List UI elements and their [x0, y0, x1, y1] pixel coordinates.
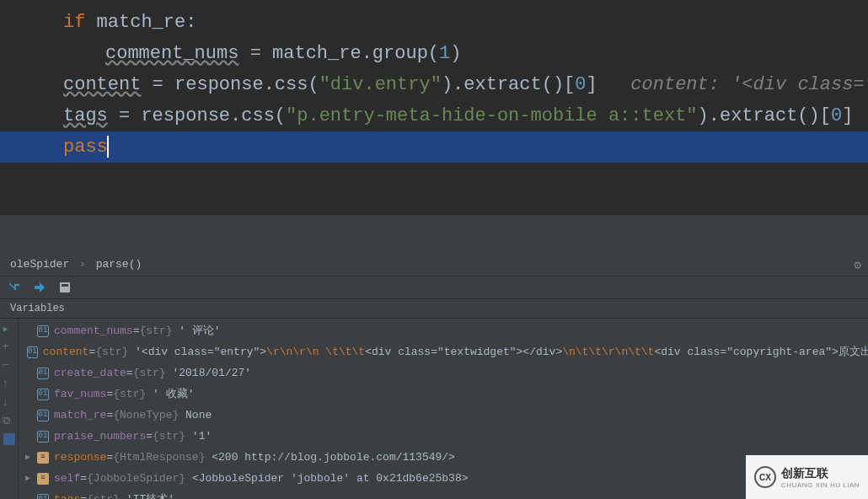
- code-text: ]: [587, 74, 597, 95]
- equals: =: [106, 448, 113, 466]
- equals: =: [146, 427, 153, 445]
- code-line-4[interactable]: tags = response.css("p.entry-meta-hide-o…: [0, 100, 868, 131]
- var-name: comment_nums: [54, 322, 133, 340]
- equals: =: [126, 364, 133, 382]
- field-icon: 01: [27, 346, 38, 358]
- down-icon[interactable]: ↓: [3, 396, 16, 410]
- breadcrumb-item[interactable]: oleSpider: [10, 258, 69, 271]
- var-type: {JobboleSpider}: [87, 469, 185, 487]
- text-cursor: [107, 136, 109, 158]
- var-name: self: [54, 469, 80, 487]
- calculator-icon[interactable]: [57, 280, 72, 295]
- variables-title: Variables: [10, 303, 65, 314]
- number-literal: 1: [439, 43, 450, 64]
- var-name: response: [54, 448, 106, 466]
- debug-toolbar: [0, 276, 868, 299]
- field-icon: 01: [37, 410, 49, 421]
- code-text: = match_re.group(: [238, 43, 439, 64]
- inline-comment: content: '<div class="en: [630, 74, 868, 95]
- resume-icon[interactable]: ▸: [3, 322, 16, 335]
- var-name: praise_numbers: [54, 427, 146, 445]
- var-value: 'IT技术': [120, 491, 174, 499]
- code-text: = response.css(: [141, 74, 319, 95]
- string-literal: "div.entry": [319, 74, 442, 95]
- var-value: '2018/01/27': [166, 364, 251, 382]
- variable-row[interactable]: 01 praise_numbers = {str} '1': [19, 426, 868, 447]
- breadcrumb: oleSpider › parse() ⚙: [0, 253, 868, 276]
- field-icon: 01: [37, 389, 49, 400]
- var-value: '<div class="entry">\r\n\r\n \t\t\t<div …: [128, 343, 868, 361]
- code-text: ).extract()[: [442, 74, 575, 95]
- breadcrumb-item[interactable]: parse(): [96, 258, 142, 271]
- variable-row[interactable]: 01 content = {str} '<div class="entry">\…: [19, 341, 868, 362]
- var-type: {str}: [87, 491, 120, 499]
- var-value: '1': [185, 427, 212, 445]
- up-icon[interactable]: ↑: [3, 378, 16, 391]
- var-type: {HtmlResponse}: [113, 448, 205, 466]
- equals: =: [80, 469, 87, 487]
- debug-panel: ▸ + − ↑ ↓ ⧉ 01 comment_nums = {str} ' 评论…: [0, 319, 868, 499]
- var-value: ' 评论': [172, 322, 220, 340]
- plus-icon[interactable]: +: [3, 341, 16, 354]
- watermark-text-en: CHUANG XIN HU LIAN: [781, 481, 860, 489]
- equals: =: [88, 343, 95, 361]
- copy-icon[interactable]: ⧉: [3, 415, 16, 428]
- var-value: None: [179, 406, 212, 424]
- var-value: ' 收藏': [146, 385, 194, 403]
- struct-icon: ≡: [37, 452, 49, 464]
- breadcrumb-separator: ›: [79, 258, 86, 271]
- var-type: {str}: [133, 364, 166, 382]
- var-type: {str}: [95, 343, 128, 361]
- variable-row[interactable]: 01 comment_nums = {str} ' 评论': [19, 320, 868, 341]
- field-icon: 01: [37, 368, 49, 379]
- variables-panel-header: Variables: [0, 299, 868, 319]
- code-text: = response.css(: [108, 105, 286, 126]
- watermark-logo: CX 创新互联 CHUANG XIN HU LIAN: [746, 455, 868, 499]
- equals: =: [80, 491, 87, 499]
- step-over-icon[interactable]: [32, 280, 47, 295]
- code-editor[interactable]: if match_re: comment_nums = match_re.gro…: [0, 0, 868, 215]
- var-tags: tags: [63, 105, 108, 126]
- expand-arrow-icon[interactable]: ▶: [25, 448, 35, 466]
- var-type: {str}: [113, 385, 146, 403]
- number-literal: 0: [575, 74, 586, 95]
- variable-row[interactable]: 01 tags = {str} 'IT技术': [19, 489, 868, 499]
- code-line-3[interactable]: content = response.css("div.entry").extr…: [0, 69, 868, 100]
- code-text: ]: [842, 105, 853, 126]
- code-line-2[interactable]: comment_nums = match_re.group(1): [0, 38, 868, 69]
- var-type: {str}: [153, 427, 185, 445]
- var-type: {NoneType}: [113, 406, 179, 424]
- svg-rect-0: [60, 282, 70, 292]
- code-line-5-selected[interactable]: pass: [0, 131, 868, 163]
- watermark-text-cn: 创新互联: [781, 466, 860, 481]
- struct-icon: ≡: [37, 473, 49, 485]
- field-icon: 01: [37, 325, 49, 337]
- string-literal: "p.entry-meta-hide-on-mobile a::text": [286, 105, 697, 126]
- step-into-icon[interactable]: [7, 280, 22, 295]
- code-line-1[interactable]: if match_re:: [0, 7, 868, 38]
- variable-row[interactable]: ▶ ≡ self = {JobboleSpider} <JobboleSpide…: [19, 468, 868, 489]
- code-text: ).extract()[: [698, 105, 831, 126]
- variable-row[interactable]: 01 create_date = {str} '2018/01/27': [19, 362, 868, 384]
- variable-row[interactable]: 01 fav_nums = {str} ' 收藏': [19, 384, 868, 405]
- gear-icon[interactable]: ⚙: [855, 258, 861, 272]
- var-content: content: [63, 74, 141, 95]
- variable-row[interactable]: ▶ ≡ response = {HtmlResponse} <200 http:…: [19, 447, 868, 468]
- field-icon: 01: [37, 431, 49, 443]
- minus-icon[interactable]: −: [3, 359, 16, 373]
- var-name: match_re: [54, 406, 106, 424]
- image-icon[interactable]: [3, 433, 15, 445]
- variable-row[interactable]: 01 match_re = {NoneType} None: [19, 405, 868, 426]
- var-name: tags: [54, 491, 80, 499]
- debug-side-toolbar: ▸ + − ↑ ↓ ⧉: [0, 319, 19, 499]
- equals: =: [106, 385, 113, 403]
- svg-rect-1: [62, 284, 68, 287]
- equals: =: [106, 406, 113, 424]
- var-value: <200 http://blog.jobbole.com/113549/>: [205, 448, 454, 466]
- code-text: match_re:: [85, 12, 196, 33]
- editor-bottom-gap: [0, 215, 868, 253]
- expand-arrow-icon[interactable]: ▶: [25, 469, 35, 487]
- number-literal: 0: [831, 105, 842, 126]
- var-type: {str}: [139, 322, 172, 340]
- keyword-pass: pass: [63, 137, 108, 158]
